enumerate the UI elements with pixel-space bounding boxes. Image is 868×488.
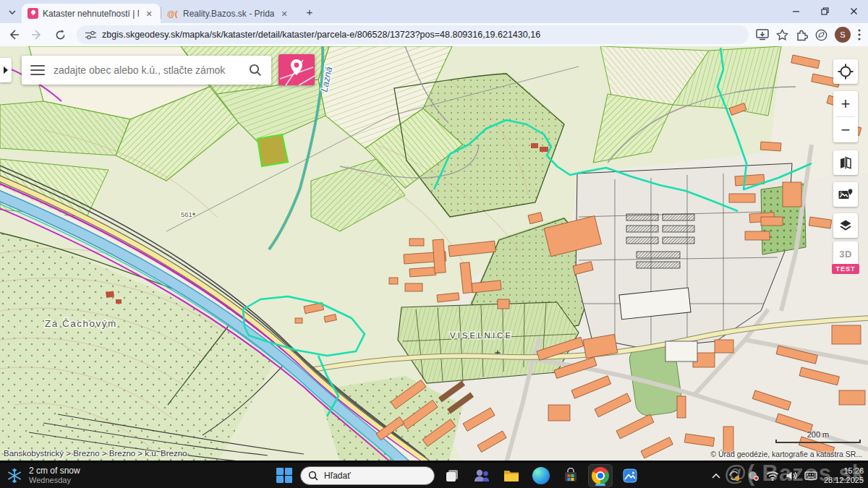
snowflake-icon: [6, 467, 23, 484]
chevron-right-icon: [4, 67, 8, 74]
basemap-photo-pin-icon: S: [838, 187, 854, 202]
taskbar-search-label: Hľadať: [324, 471, 351, 481]
touch-keyboard-icon[interactable]: [804, 471, 817, 481]
menu-kebab-icon[interactable]: [858, 29, 861, 40]
site-settings-tune-icon: [85, 30, 96, 40]
avatar-initial: S: [840, 30, 845, 39]
tab-close-icon[interactable]: ✕: [278, 8, 290, 20]
tab-title: Kataster nehnuteľností | MAPKA: [43, 9, 139, 19]
tab-title: Reality.Bazos.sk - Pridať inzerát: [183, 9, 274, 19]
scale-bar: 200 m: [775, 430, 861, 443]
start-button[interactable]: [273, 465, 295, 487]
mapka-logo[interactable]: [278, 54, 315, 85]
teams-chat-button[interactable]: [469, 464, 494, 487]
test-badge: TEST: [832, 264, 859, 274]
chrome-icon: [592, 467, 609, 484]
url-text: zbgis.skgeodesy.sk/mapka/sk/kataster/det…: [102, 30, 540, 40]
basemap-switcher-button[interactable]: S: [833, 182, 858, 207]
map-search-bar[interactable]: [22, 56, 271, 85]
minimize-button[interactable]: [781, 0, 810, 22]
swipe-compare-button[interactable]: [833, 150, 858, 175]
search-icon[interactable]: [248, 63, 263, 77]
taskbar-search[interactable]: Hľadať: [300, 466, 435, 485]
tab-bazos[interactable]: @( Reality.Bazos.sk - Pridať inzerát ✕: [161, 4, 296, 23]
edge-icon: [532, 467, 550, 484]
breadcrumb: Banskobystrický > Brezno > Brezno > k.ú.…: [4, 449, 187, 458]
extensions-puzzle-icon[interactable]: [796, 29, 808, 41]
forward-button[interactable]: [27, 25, 46, 44]
plus-icon: +: [841, 95, 851, 114]
scale-label: 200 m: [775, 430, 861, 439]
back-button[interactable]: [4, 25, 23, 44]
file-explorer-button[interactable]: [499, 464, 524, 487]
sidebar-expander-button[interactable]: [0, 58, 12, 82]
three-d-label: 3D: [839, 249, 852, 260]
area-label: Za Čachovým: [45, 318, 117, 329]
locate-button[interactable]: [833, 59, 858, 84]
tab-kataster[interactable]: Kataster nehnuteľností | MAPKA ✕: [22, 4, 161, 23]
edge-button[interactable]: [529, 464, 553, 487]
map-layer-allotments: [398, 302, 579, 383]
hidden-icons-caret-icon[interactable]: [711, 472, 721, 479]
map-controls: + − S 3D TEST: [833, 59, 858, 274]
store-button[interactable]: [558, 464, 583, 487]
minus-icon: −: [841, 121, 851, 140]
photos-button[interactable]: [618, 464, 642, 487]
map-copyright: © Úrad geodézie, kartografie a katastra …: [710, 450, 862, 458]
locate-crosshair-icon: [838, 64, 854, 80]
folder-icon: [503, 468, 520, 483]
tab-search-button[interactable]: [6, 6, 19, 19]
elevation-point: [192, 213, 195, 215]
store-icon: [563, 468, 579, 484]
chrome-button[interactable]: [588, 464, 613, 487]
profile-avatar[interactable]: S: [835, 27, 851, 43]
zoom-out-button[interactable]: −: [833, 117, 858, 142]
clock-date: 28.12.2025: [824, 476, 864, 485]
tab-close-icon[interactable]: ✕: [143, 8, 155, 20]
memory-saver-leaf-icon[interactable]: [815, 29, 827, 41]
highlighted-parcel: [258, 134, 288, 166]
window-controls: [781, 0, 868, 22]
taskbar-weather-widget[interactable]: 2 cm of snow Wednesday: [6, 463, 80, 488]
map-viewport[interactable]: Lazná 561 Za Čachovým VISELNICE: [0, 46, 868, 461]
svg-text:S: S: [840, 192, 842, 195]
menu-hamburger-icon[interactable]: [30, 65, 45, 75]
system-tray: 15:26 28.12.2025: [711, 463, 864, 488]
bazos-at-icon: @(: [167, 9, 179, 19]
task-view-icon: [444, 468, 460, 484]
windows-logo-icon: [276, 468, 292, 484]
recording-status-icon[interactable]: [747, 470, 760, 481]
search-icon: [308, 471, 318, 481]
clock-time: 15:26: [824, 466, 864, 476]
chevron-down-icon: [8, 8, 17, 17]
photos-icon: [622, 468, 638, 484]
browser-tabstrip: Kataster nehnuteľností | MAPKA ✕ @( Real…: [0, 0, 868, 23]
new-tab-button[interactable]: +: [302, 4, 318, 20]
browser-toolbar: zbgis.skgeodesy.sk/mapka/sk/kataster/det…: [0, 23, 868, 46]
install-app-icon[interactable]: [756, 29, 769, 40]
scale-line: [775, 440, 861, 443]
sync-notification-icon[interactable]: [728, 470, 741, 481]
layers-icon: [838, 218, 853, 233]
taskbar: 2 cm of snow Wednesday Hľadať: [0, 463, 868, 488]
close-window-button[interactable]: [839, 0, 868, 22]
volume-icon[interactable]: [786, 471, 798, 481]
task-view-button[interactable]: [440, 464, 464, 487]
wifi-icon[interactable]: [766, 471, 779, 481]
screen: Kataster nehnuteľností | MAPKA ✕ @( Real…: [0, 0, 868, 488]
map-search-input[interactable]: [54, 64, 248, 76]
restore-button[interactable]: [810, 0, 839, 22]
address-bar[interactable]: zbgis.skgeodesy.sk/mapka/sk/kataster/det…: [77, 25, 749, 44]
reload-button[interactable]: [51, 25, 69, 44]
taskbar-clock[interactable]: 15:26 28.12.2025: [824, 466, 864, 485]
zoom-control-group: + −: [833, 91, 858, 142]
zoom-in-button[interactable]: +: [833, 91, 858, 116]
layers-button[interactable]: [833, 213, 858, 238]
three-d-button[interactable]: 3D: [833, 241, 858, 266]
locality-label: VISELNICE: [450, 331, 513, 340]
bookmark-star-icon[interactable]: [776, 29, 788, 41]
map-canvas[interactable]: Lazná 561 Za Čachovým VISELNICE: [0, 46, 868, 461]
weather-primary: 2 cm of snow: [29, 466, 80, 476]
elevation-label: 561: [181, 210, 192, 218]
mapka-pin-icon: [27, 8, 38, 19]
